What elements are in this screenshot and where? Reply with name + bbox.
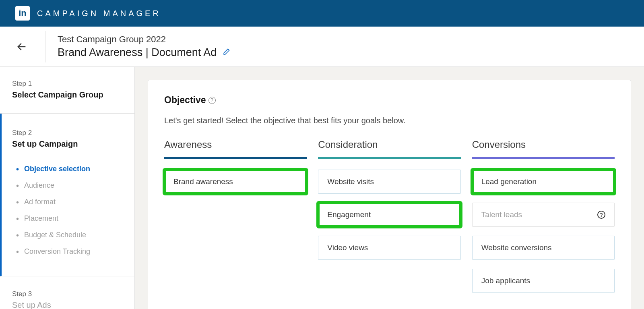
column-title-consideration: Consideration [318,139,460,150]
sidebar-item-audience[interactable]: Audience [16,177,122,194]
step-title-3: Set up Ads [12,301,122,309]
sidebar-item-budget-schedule[interactable]: Budget & Schedule [16,227,122,243]
objective-option-label: Brand awareness [173,177,233,186]
objective-option-label: Website visits [327,177,374,186]
step-number-3: Step 3 [12,290,122,298]
divider [45,31,45,62]
objective-option-label: Engagement [327,210,371,219]
step-block-2: Step 2 Set up Campaign Objective selecti… [0,114,134,276]
step-number-1: Step 1 [12,80,122,88]
campaign-name: Brand Awareness | Document Ad [58,46,217,59]
column-title-awareness: Awareness [164,139,307,150]
edit-pencil-icon[interactable] [222,48,230,58]
objective-option-label: Website conversions [481,243,552,252]
sidebar-item-conversion-tracking[interactable]: Conversion Tracking [16,243,122,260]
campaign-group-name: Test Campaign Group 2022 [58,34,230,45]
objective-option-engagement[interactable]: Engagement [318,203,460,227]
objective-option-label: Talent leads [481,210,522,219]
objective-option-label: Lead generation [481,177,537,186]
app-title: CAMPAIGN MANAGER [37,9,161,18]
linkedin-logo-icon: in [15,6,30,21]
sidebar-item-placement[interactable]: Placement [16,210,122,227]
column-underline-awareness [164,157,307,159]
sub-steps-list: Objective selection Audience Ad format P… [12,161,122,260]
objective-option-video-views[interactable]: Video views [318,236,460,260]
step-block-3[interactable]: Step 3 Set up Ads [0,276,134,309]
sidebar-item-ad-format[interactable]: Ad format [16,194,122,210]
header-titles: Test Campaign Group 2022 Brand Awareness… [58,34,230,59]
step-block-1[interactable]: Step 1 Select Campaign Group [0,80,134,114]
objective-option-label: Video views [327,243,368,252]
objective-option-label: Job applicants [481,276,530,285]
objective-column-conversions: Conversions Lead generation Talent leads… [472,139,615,302]
sidebar: Step 1 Select Campaign Group Step 2 Set … [0,67,135,309]
back-arrow-icon[interactable] [14,39,29,54]
column-underline-consideration [318,157,460,159]
step-title-2: Set up Campaign [12,139,122,149]
header-section: Test Campaign Group 2022 Brand Awareness… [0,27,644,67]
objective-option-website-conversions[interactable]: Website conversions [472,236,615,260]
objective-option-brand-awareness[interactable]: Brand awareness [164,170,307,194]
panel-heading: Objective [164,95,206,106]
body-section: Step 1 Select Campaign Group Step 2 Set … [0,67,644,309]
objective-column-consideration: Consideration Website visits Engagement … [318,139,460,302]
objective-option-website-visits[interactable]: Website visits [318,170,460,194]
objective-panel: Objective ? Let's get started! Select th… [148,80,631,309]
top-bar: in CAMPAIGN MANAGER [0,0,644,27]
step-number-2: Step 2 [12,129,122,137]
objective-option-job-applicants[interactable]: Job applicants [472,269,615,293]
help-icon[interactable]: ? [208,97,216,104]
help-icon[interactable]: ? [597,211,605,219]
objective-column-awareness: Awareness Brand awareness [164,139,307,302]
panel-subtext: Let's get started! Select the objective … [164,116,615,125]
objective-option-talent-leads[interactable]: Talent leads ? [472,203,615,227]
objective-option-lead-generation[interactable]: Lead generation [472,170,615,194]
objective-columns: Awareness Brand awareness Consideration … [164,139,615,302]
step-title-1: Select Campaign Group [12,90,122,100]
sidebar-item-objective-selection[interactable]: Objective selection [16,161,122,177]
column-title-conversions: Conversions [472,139,615,150]
column-underline-conversions [472,157,615,159]
main-content: Objective ? Let's get started! Select th… [135,67,644,309]
